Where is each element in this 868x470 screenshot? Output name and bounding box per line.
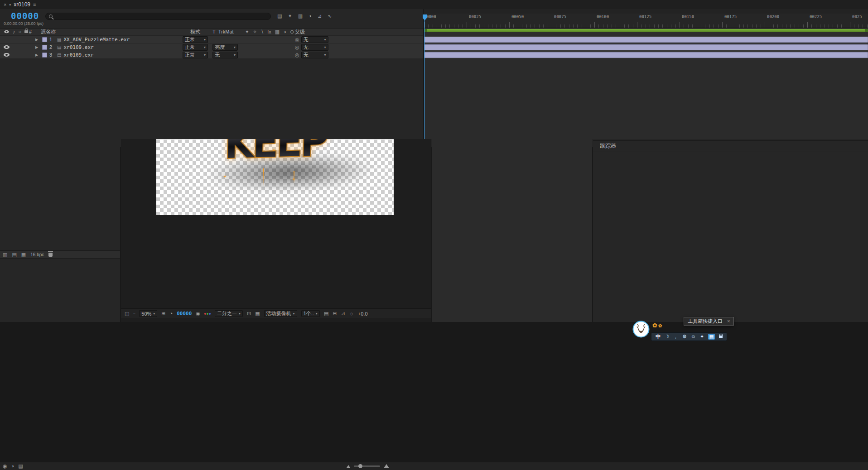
t-column-label[interactable]: T (212, 29, 216, 34)
ime-toolbar-icon[interactable]: ✦ (700, 334, 704, 339)
layer-duration-bar[interactable] (424, 52, 868, 58)
new-composition-icon[interactable]: ▦ (21, 252, 26, 257)
layer-av-switches[interactable] (0, 45, 26, 49)
layer-av-switches[interactable] (0, 53, 26, 57)
lock-icon[interactable] (719, 336, 723, 338)
layer-duration-bar[interactable] (424, 37, 868, 43)
timeline-search[interactable] (45, 13, 271, 20)
layer-name[interactable]: xr0109.exr (63, 44, 93, 50)
timeline-tab-label[interactable]: xr0109 (14, 1, 30, 8)
twirl-icon[interactable]: ▶ (35, 53, 40, 57)
pixel-aspect-icon[interactable]: ▤ (324, 311, 328, 316)
collapse-icon[interactable]: ✧ (253, 29, 257, 34)
ime-toolbar-icon[interactable]: ☺ (691, 334, 696, 339)
footer-misc-icon-2[interactable]: ▫ (133, 311, 135, 316)
layer-color-chip[interactable] (42, 53, 47, 58)
blend-mode-dropdown[interactable]: 正常▾ (183, 44, 208, 51)
layer-row[interactable]: ▶ 2 ▤ xr0109.exr 正常▾ 亮度▾ ◎ 无▾ (0, 43, 423, 51)
interpret-footage-icon[interactable]: ▥ (3, 252, 7, 257)
ime-toolbar-icon[interactable]: ， (673, 334, 678, 339)
motion-blur-icon[interactable]: ⊿ (318, 14, 322, 19)
grid-guides-icon[interactable]: ⊞ (161, 311, 165, 316)
layer-row[interactable]: ▶ 1 ▤ XX_AOV_PuzzleMatte.exr 正常▾ ◎ 无▾ (0, 36, 423, 43)
timeline-track-area[interactable]: 0000000250005000075001000012500150001750… (424, 9, 868, 139)
shy-icon[interactable]: ✦ (245, 29, 249, 34)
work-area-bar[interactable] (424, 29, 868, 32)
zoom-slider[interactable] (354, 465, 380, 467)
layer-track[interactable] (424, 36, 868, 43)
new-folder-icon[interactable]: ▤ (12, 252, 16, 257)
view-layout-dropdown[interactable]: 1个.. ▾ (301, 310, 320, 317)
trkmat-column-label[interactable]: T TrkMat (210, 29, 244, 34)
ime-toolbar-icon[interactable]: 中 (656, 334, 661, 339)
expand-transfer-controls-icon[interactable]: ◉ (3, 464, 7, 469)
layer-color-chip[interactable] (42, 45, 47, 50)
frame-blend-column-icon[interactable]: ▦ (275, 29, 280, 34)
3d-column-icon[interactable]: ⊙ (290, 29, 294, 34)
pick-whip-icon[interactable]: ◎ (295, 45, 299, 50)
blend-mode-dropdown[interactable]: 正常▾ (183, 36, 208, 43)
region-of-interest-icon[interactable]: ⊡ (247, 311, 251, 316)
parent-dropdown[interactable]: 无▾ (301, 52, 328, 58)
transparency-grid-icon[interactable]: ▦ (255, 311, 260, 316)
zoom-out-mountain-icon[interactable] (347, 465, 350, 468)
dock-section-tracker[interactable]: 跟踪器 (593, 141, 868, 152)
layer-duration-bar[interactable] (424, 44, 868, 50)
timeline-button-icon[interactable]: ⊿ (341, 311, 345, 316)
show-channel-icon[interactable] (204, 313, 211, 315)
magnification-dropdown[interactable]: 50% ▾ (139, 310, 157, 317)
trash-icon[interactable] (48, 253, 53, 257)
camera-dropdown[interactable]: 活动摄像机 ▾ (264, 310, 297, 317)
draft-3d-icon[interactable]: ✦ (288, 14, 292, 19)
layer-name[interactable]: xr0109.exr (63, 52, 93, 58)
motion-blur-column-icon[interactable]: ◑ (283, 29, 286, 34)
pick-whip-icon[interactable]: ◎ (295, 37, 299, 42)
preview-time[interactable]: 00000 (177, 311, 192, 317)
twirl-icon[interactable]: ▶ (35, 45, 40, 49)
parent-column-label[interactable]: 父级 (295, 29, 338, 35)
snapshot-camera-icon[interactable]: ◉ (196, 311, 200, 316)
blend-mode-dropdown[interactable]: 正常▾ (183, 52, 208, 58)
trkmat-dropdown[interactable]: 无▾ (212, 52, 238, 58)
current-timecode[interactable]: 00000 (11, 11, 39, 21)
layer-color-chip[interactable] (42, 37, 47, 42)
expand-modes-icon[interactable]: ◑ (11, 464, 14, 469)
trkmat-label[interactable]: TrkMat (218, 29, 234, 34)
parent-dropdown[interactable]: 无▾ (301, 36, 328, 43)
eye-icon[interactable] (4, 45, 10, 49)
ime-toolbar-icon[interactable]: ▦ (708, 334, 714, 340)
layer-name[interactable]: XX_AOV_PuzzleMatte.exr (63, 37, 130, 43)
layer-track[interactable] (424, 43, 868, 51)
zoom-in-mountain-icon[interactable] (384, 464, 389, 468)
eye-icon[interactable] (4, 53, 10, 57)
layer-row[interactable]: ▶ 3 ▤ xr0109.exr 正常▾ 无▾ ◎ 无▾ (0, 51, 423, 59)
playhead[interactable] (424, 14, 425, 139)
mini-flowchart-icon[interactable]: ▤ (277, 14, 282, 19)
ime-toolbar-icon[interactable]: ☽ (665, 334, 669, 339)
parent-dropdown[interactable]: 无▾ (301, 44, 328, 51)
ime-toolbar-icon[interactable]: ⚙ (682, 334, 687, 339)
ime-logo-badge[interactable] (632, 321, 650, 338)
ime-toolbar[interactable]: 中☽，⚙☺✦▦ (651, 332, 727, 341)
resolution-dropdown[interactable]: 二分之一 ▾ (215, 310, 243, 317)
fast-previews-icon[interactable]: ⊟ (333, 311, 337, 316)
pick-whip-icon[interactable]: ◎ (295, 53, 299, 58)
expand-inout-icon[interactable]: ▤ (18, 464, 23, 469)
bit-depth-button[interactable]: 16 bpc (30, 252, 44, 257)
twirl-icon[interactable]: ▶ (35, 38, 40, 42)
hide-shy-layers-icon[interactable]: ▥ (298, 14, 303, 19)
time-ruler[interactable]: 0000000250005000075001000012500150001750… (424, 14, 868, 28)
close-icon[interactable]: × (727, 319, 730, 324)
mask-visibility-icon[interactable]: ◔ (170, 311, 173, 316)
toolbox-shortcut-tooltip[interactable]: 工具箱快捷入口 × (684, 317, 734, 326)
timeline-search-input[interactable] (55, 14, 252, 19)
layer-track[interactable] (424, 51, 868, 59)
exposure-value[interactable]: +0.0 (358, 311, 368, 317)
frame-blend-icon[interactable]: ◑ (309, 14, 312, 19)
mode-column-label[interactable]: 模式 (181, 29, 210, 35)
trkmat-dropdown[interactable]: 亮度▾ (212, 44, 238, 51)
graph-editor-icon[interactable]: ∿ (328, 14, 332, 19)
quality-icon[interactable]: ∖ (260, 29, 264, 34)
zoom-slider-knob[interactable] (358, 464, 362, 468)
panel-menu-icon[interactable]: ≡ (33, 2, 36, 7)
